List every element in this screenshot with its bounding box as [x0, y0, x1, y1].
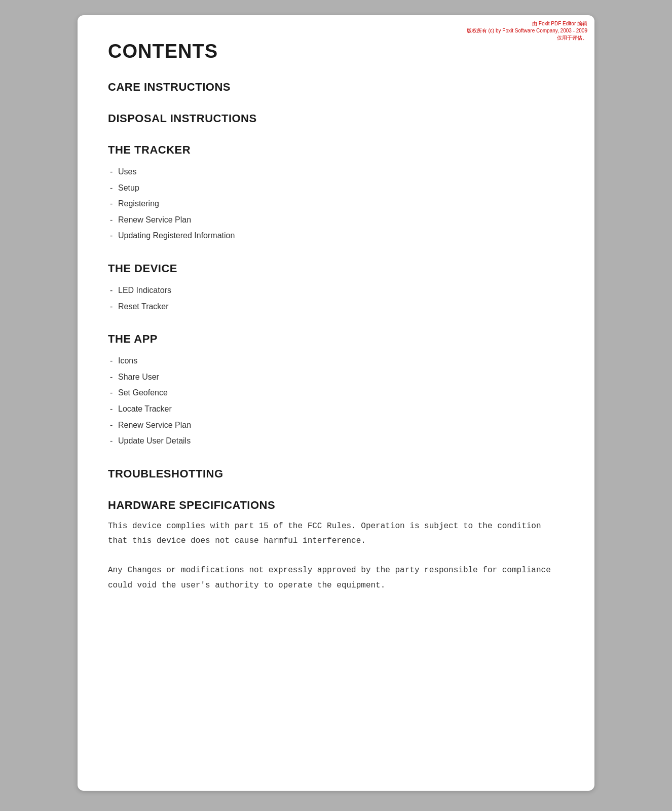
list-item: Update User Details	[108, 433, 564, 449]
list-item: Set Geofence	[108, 385, 564, 401]
device-list: LED Indicators Reset Tracker	[108, 282, 564, 314]
section-heading-hardware-specifications: HARDWARE SPECIFICATIONS	[108, 499, 564, 512]
watermark: 由 Foxit PDF Editor 编辑 版权所有 (c) by Foxit …	[467, 20, 587, 42]
list-item: Updating Registered Information	[108, 228, 564, 244]
tracker-list: Uses Setup Registering Renew Service Pla…	[108, 164, 564, 244]
page-container: 由 Foxit PDF Editor 编辑 版权所有 (c) by Foxit …	[78, 15, 594, 791]
list-item: Icons	[108, 353, 564, 369]
paragraph-fcc: This device complies with part 15 of the…	[108, 519, 564, 549]
list-item: Locate Tracker	[108, 401, 564, 417]
list-item: Setup	[108, 180, 564, 196]
page-title: CONTENTS	[108, 41, 564, 62]
list-item: Share User	[108, 369, 564, 385]
section-heading-the-tracker: THE TRACKER	[108, 143, 564, 157]
list-item: Reset Tracker	[108, 299, 564, 315]
list-item: LED Indicators	[108, 282, 564, 299]
list-item: Renew Service Plan	[108, 417, 564, 433]
section-heading-care-instructions: CARE INSTRUCTIONS	[108, 81, 564, 94]
app-list: Icons Share User Set Geofence Locate Tra…	[108, 353, 564, 449]
list-item: Registering	[108, 196, 564, 212]
section-heading-troubleshotting: TROUBLESHOTTING	[108, 467, 564, 481]
section-heading-the-device: THE DEVICE	[108, 262, 564, 275]
list-item: Uses	[108, 164, 564, 180]
section-heading-the-app: THE APP	[108, 333, 564, 346]
paragraph-modifications: Any Changes or modifications not express…	[108, 563, 564, 593]
section-heading-disposal-instructions: DISPOSAL INSTRUCTIONS	[108, 112, 564, 125]
list-item: Renew Service Plan	[108, 212, 564, 228]
